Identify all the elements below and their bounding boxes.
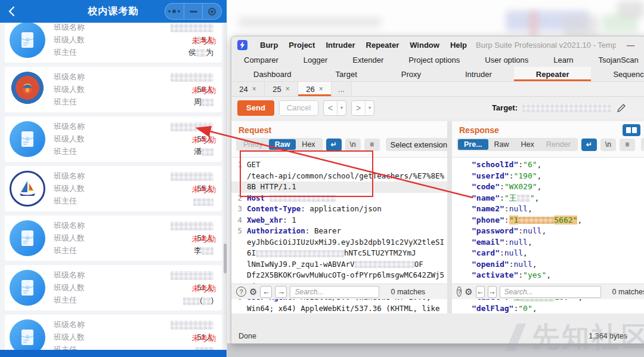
search-help-icon[interactable]: ? (457, 287, 462, 297)
class-card[interactable]: 班级名称班级人数58人班主任周未考勤 (5, 67, 222, 112)
class-icon (10, 23, 45, 58)
class-card[interactable]: 班级名称班级人数51人班主任未考勤 (5, 315, 222, 350)
tab-project-options[interactable]: Project options (396, 53, 472, 67)
exit-circle-icon[interactable] (202, 4, 221, 19)
next-request-button[interactable]: >▾ (351, 100, 374, 116)
close-icon[interactable]: × (319, 85, 323, 93)
search-help-icon[interactable]: ? (236, 287, 246, 297)
repeater-tab-26[interactable]: 26× (298, 82, 332, 96)
repeater-tab-24[interactable]: 24× (231, 82, 265, 96)
view-tab-hex[interactable]: Hex (296, 139, 321, 150)
search-input[interactable] (500, 286, 601, 298)
menu-item-repeater[interactable]: Repeater (361, 41, 405, 50)
view-tab-raw[interactable]: Raw (269, 139, 296, 150)
tab-logger[interactable]: Logger (291, 53, 340, 67)
hamburger-menu-icon[interactable]: ≡ (620, 139, 635, 151)
tab-proxy[interactable]: Proxy (379, 67, 443, 81)
newline-toggle-button[interactable]: \n (600, 139, 616, 151)
search-input[interactable] (290, 286, 379, 298)
edit-target-pencil-icon[interactable] (617, 103, 626, 113)
code-line: "card":null, (452, 248, 644, 259)
repeater-tab-label: 24 (239, 85, 247, 94)
class-icon (10, 171, 45, 207)
tab-intruder[interactable]: Intruder (443, 67, 514, 81)
teacher-value (118, 196, 216, 205)
redacted-mosaic (171, 23, 213, 32)
send-button[interactable]: Send (237, 100, 274, 116)
search-next-button[interactable]: → (275, 286, 287, 298)
teacher-label: 班主任 (54, 245, 118, 256)
view-tab-hex[interactable]: Hex (515, 139, 540, 150)
class-card[interactable]: 班级名称班级人数55人班主任潘未考勤 (5, 116, 222, 162)
wrap-toggle-button[interactable]: ↵ (326, 139, 342, 151)
close-icon[interactable]: × (286, 85, 290, 93)
menu-item-intruder[interactable]: Intruder (320, 41, 360, 50)
wrap-toggle-button[interactable]: ↵ (581, 139, 597, 151)
panel-divider[interactable] (447, 121, 452, 313)
more-icon[interactable] (165, 4, 184, 19)
search-settings-gear-icon[interactable]: ⚙ (249, 287, 257, 297)
close-icon[interactable]: × (252, 85, 256, 93)
tab-comparer[interactable]: Comparer (231, 53, 291, 67)
search-next-button[interactable]: → (488, 286, 497, 298)
class-name-label: 班级名称 (54, 171, 118, 181)
search-prev-button[interactable]: ← (476, 286, 485, 298)
teacher-label: 班主任 (54, 344, 118, 350)
more-tabs-button[interactable]: ... (332, 82, 352, 96)
repeater-tab-label: 26 (306, 85, 314, 94)
repeater-tab-25[interactable]: 25× (265, 82, 298, 96)
target-label: Target: (492, 103, 518, 112)
menu-item-burp[interactable]: Burp (255, 41, 283, 50)
select-extension-dropdown[interactable]: Select extension... (641, 138, 644, 151)
class-card[interactable]: 班级名称班级人数51人班主任李未考勤 (5, 216, 222, 261)
repeater-doc-tabs: 24×25×26×... (231, 82, 644, 97)
tab-learn[interactable]: Learn (541, 53, 586, 67)
tab-extender[interactable]: Extender (340, 53, 396, 67)
class-name-label: 班级名称 (54, 121, 118, 132)
code-line: Win64; x64) AppleWebKit/537.36 (KHTML, l… (231, 303, 447, 314)
class-card[interactable]: 班级名称班级人数55人班主任未考勤 (5, 166, 222, 211)
code-line: "delFlag":"0", (452, 303, 644, 314)
class-icon (10, 121, 45, 157)
minimize-icon[interactable] (184, 4, 203, 19)
view-tab-pre[interactable]: Pre... (458, 139, 488, 150)
tab-tsojanscan[interactable]: TsojanScan (586, 53, 644, 67)
class-card[interactable]: 班级名称班级人数51人班主任()未考勤 (5, 265, 222, 310)
menu-item-project[interactable]: Project (283, 41, 320, 50)
menu-item-window[interactable]: Window (404, 41, 445, 50)
view-tab-raw[interactable]: Raw (488, 139, 515, 150)
code-line: 8B HTTP/1.1 (231, 181, 447, 193)
app-scrollbar[interactable] (224, 23, 227, 350)
hamburger-menu-icon[interactable]: ≡ (364, 139, 380, 151)
line-number: 3 (234, 204, 242, 215)
view-tab-render[interactable]: Render (540, 139, 577, 150)
tab-dashboard[interactable]: Dashboard (231, 67, 314, 81)
view-tab-pretty[interactable]: Pretty (237, 139, 269, 150)
redacted-mosaic (171, 73, 213, 82)
search-settings-gear-icon[interactable]: ⚙ (465, 287, 472, 297)
cancel-button[interactable]: Cancel (279, 100, 318, 116)
class-card[interactable]: 班级名称班级人数5人班主任侯为未考勤 (5, 23, 222, 63)
editor-panels: Request PrettyRawHex ↵ \n ≡ Select exten… (231, 121, 644, 313)
select-extension-dropdown[interactable]: Select extension... (386, 138, 447, 151)
search-prev-button[interactable]: ← (260, 286, 272, 298)
menu-item-help[interactable]: Help (445, 41, 472, 50)
tab-sequencer[interactable]: Sequencer (591, 67, 644, 81)
class-size-label: 班级人数 (54, 233, 118, 244)
background-blob (617, 1, 644, 18)
tab-user-options[interactable]: User options (472, 53, 541, 67)
layout-columns-button[interactable] (623, 124, 640, 136)
prev-request-button[interactable]: <▾ (323, 100, 346, 116)
repeater-tab-label: 25 (273, 85, 281, 94)
class-name-redacted (118, 270, 216, 280)
response-size: 1,364 bytes (589, 332, 642, 340)
tab-repeater[interactable]: Repeater (514, 67, 592, 81)
window-title: Burp Suite Professional v2021.10 - Tempo… (476, 41, 616, 50)
panel-title: Request (231, 121, 447, 138)
status-done: Done (239, 332, 256, 340)
tab-target[interactable]: Target (314, 67, 379, 81)
newline-toggle-button[interactable]: \n (345, 139, 361, 151)
code-line: Dfz2X5BKOKrGwvMuWucOTg-ofPYrp6lmsgwMC642… (231, 270, 447, 281)
minimize-button[interactable]: — (618, 41, 643, 50)
status-badge: 未考勤 (185, 135, 216, 146)
